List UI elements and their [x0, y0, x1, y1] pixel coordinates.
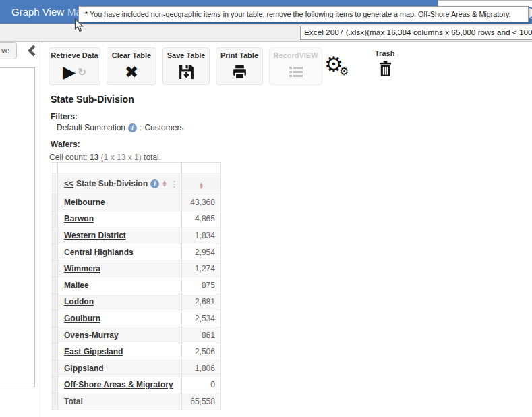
row-gutter [51, 227, 58, 244]
row-value: 1,834 [181, 227, 220, 244]
table-row: Total65,558 [51, 393, 221, 410]
trash-label: Trash [375, 49, 394, 57]
filter-line: Default Summation i : Customers [57, 123, 183, 132]
row-label[interactable]: Barwon [64, 214, 94, 223]
clear-table-button[interactable]: Clear Table ✖ [107, 47, 156, 85]
table-row: Western District1,834 [51, 227, 221, 244]
row-value: 875 [181, 277, 220, 294]
row-label[interactable]: Western District [64, 231, 126, 240]
mouse-cursor [74, 18, 84, 35]
row-label[interactable]: Melbourne [64, 198, 105, 207]
row-value: 0 [181, 377, 220, 393]
row-value: 2,534 [181, 310, 220, 327]
filter-separator: : [140, 123, 142, 132]
drag-handle-icon[interactable]: ⋮ [170, 179, 179, 189]
collapse-chevron-icon[interactable] [27, 45, 36, 59]
row-label: Total [64, 397, 83, 406]
row-gutter [51, 244, 58, 260]
refresh-icon: ↻ [78, 67, 86, 77]
print-table-button[interactable]: Print Table [216, 47, 263, 85]
map-warning-tooltip: * You have included non-geographic items… [78, 6, 529, 22]
column-header-label: State Sub-Division [76, 179, 148, 188]
page-title: State Sub-Division [51, 94, 134, 105]
row-value: 43,368 [181, 194, 220, 211]
sidebar-tab-partial[interactable]: ve [0, 42, 17, 59]
sort-icon[interactable]: ▲▼ [162, 180, 167, 188]
table-toolbar: Retrieve Data ▶ ↻ Clear Table ✖ Save Tab… [49, 47, 322, 85]
row-value: 1,806 [181, 360, 220, 377]
retrieve-data-button[interactable]: Retrieve Data ▶ ↻ [49, 47, 100, 85]
table-row: Off-Shore Areas & Migratory0 [51, 377, 221, 393]
info-icon[interactable]: i [128, 123, 137, 132]
row-label[interactable]: East Gippsland [64, 347, 123, 356]
save-icon [178, 59, 195, 84]
row-label[interactable]: Mallee [64, 281, 89, 290]
row-gutter [51, 294, 58, 310]
row-value: 4,865 [181, 211, 220, 227]
table-row: Mallee875 [51, 277, 221, 294]
cell-count-link[interactable]: (1 x 13 x 1) [101, 152, 142, 162]
clear-x-icon: ✖ [125, 64, 138, 80]
row-label[interactable]: Loddon [64, 297, 94, 306]
wafers-label: Wafers: [51, 140, 80, 149]
print-icon [231, 59, 248, 84]
save-table-button[interactable]: Save Table [162, 47, 210, 85]
table-row: Gippsland1,806 [51, 360, 221, 377]
row-gutter [51, 343, 58, 360]
play-icon: ▶ [63, 63, 76, 80]
table-row: Melbourne43,368 [51, 194, 221, 211]
table-spacer-row [51, 163, 221, 173]
table-row: Barwon4,865 [51, 211, 221, 227]
row-label[interactable]: Wimmera [64, 264, 100, 273]
row-value: 861 [181, 327, 220, 343]
row-value: 1,274 [181, 260, 220, 277]
row-label[interactable]: Ovens-Murray [64, 331, 119, 340]
sort-icon[interactable]: ▲▼ [198, 182, 204, 190]
table-row: Loddon2,681 [51, 294, 221, 310]
row-gutter [51, 327, 58, 343]
row-value: 2,506 [181, 343, 220, 360]
tab-graph-view[interactable]: Graph View [11, 0, 64, 24]
recordview-button[interactable]: RecordVIEW [269, 47, 322, 85]
table-row: Central Highlands2,954 [51, 244, 221, 260]
table-row: Goulburn2,534 [51, 310, 221, 327]
row-label[interactable]: Goulburn [64, 314, 100, 323]
settings-gears-icon[interactable]: ⚙ ⚙ [324, 54, 351, 81]
filter-value: Customers [144, 123, 183, 132]
row-value: 65,558 [181, 393, 220, 410]
table-row: Wimmera1,274 [51, 260, 221, 277]
table-header-row: << State Sub-Division i ▲▼ ⋮ ▲▼ [51, 173, 221, 194]
row-gutter [51, 277, 58, 294]
row-gutter [51, 194, 58, 211]
header-gutter [51, 173, 58, 194]
download-format-select[interactable]: Excel 2007 (.xlsx)(max 16,384 columns x … [300, 26, 532, 40]
sidebar-panel [0, 67, 35, 387]
row-value: 2,681 [181, 294, 220, 310]
row-gutter [51, 211, 58, 227]
cell-count-line: Cell count: 13 (1 x 13 x 1) total. [49, 152, 161, 162]
row-value: 2,954 [181, 244, 220, 260]
table-body: << State Sub-Division i ▲▼ ⋮ ▲▼ Melbourn… [51, 163, 221, 410]
panel-divider [42, 42, 42, 417]
row-gutter [51, 393, 58, 410]
collapse-column-link[interactable]: << [64, 179, 73, 188]
row-label[interactable]: Gippsland [64, 364, 104, 373]
trash-icon[interactable] [378, 60, 393, 80]
row-gutter [51, 360, 58, 377]
app-window: Graph View Ma * You have included non-ge… [0, 0, 532, 417]
info-icon[interactable]: i [150, 179, 159, 188]
filters-label: Filters: [51, 112, 78, 121]
row-gutter [51, 310, 58, 327]
table-row: Ovens-Murray861 [51, 327, 221, 343]
row-label[interactable]: Off-Shore Areas & Migratory [64, 380, 173, 389]
filter-name: Default Summation [57, 123, 125, 132]
row-gutter [51, 377, 58, 393]
row-gutter [51, 260, 58, 277]
table-row: East Gippsland2,506 [51, 343, 221, 360]
list-icon [288, 59, 304, 84]
data-table: << State Sub-Division i ▲▼ ⋮ ▲▼ Melbourn… [51, 162, 221, 410]
row-label[interactable]: Central Highlands [64, 248, 134, 257]
cell-count-value: 13 [90, 152, 98, 162]
